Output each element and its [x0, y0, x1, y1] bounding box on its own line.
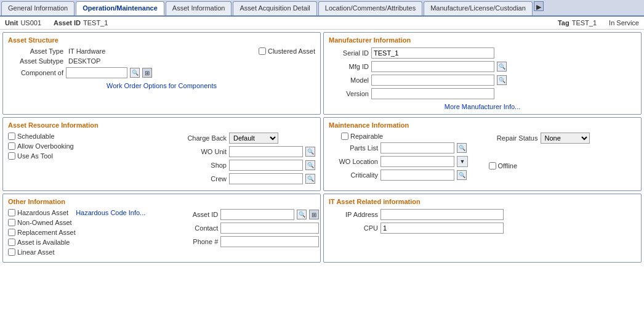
maintenance-info-title: Maintenance Information — [329, 121, 636, 129]
cpu-label: CPU — [329, 224, 378, 232]
other-asset-id-input[interactable] — [220, 209, 294, 220]
tab-bar: General Information Operation/Maintenanc… — [0, 0, 644, 17]
crew-label: Crew — [159, 175, 227, 182]
replacement-checkbox[interactable] — [8, 229, 15, 236]
asset-structure-title: Asset Structure — [8, 36, 315, 44]
tab-operation[interactable]: Operation/Maintenance — [76, 1, 164, 15]
offline-checkbox[interactable] — [489, 162, 496, 170]
version-row: Version — [329, 88, 636, 99]
schedulable-checkbox[interactable] — [8, 133, 15, 140]
criticality-lookup-icon: 🔍 — [459, 172, 465, 178]
mfg-id-input[interactable] — [371, 61, 494, 72]
tab-acquisition[interactable]: Asset Acquisition Detail — [233, 1, 316, 15]
maintenance-info-section: Maintenance Information Repairable Parts… — [323, 117, 642, 191]
unit-label: Unit — [5, 19, 18, 27]
model-lookup-icon: 🔍 — [499, 77, 505, 83]
contact-input[interactable] — [220, 223, 319, 234]
allow-overbooking-checkbox[interactable] — [8, 142, 15, 150]
phone-row: Phone # — [150, 236, 319, 247]
serial-id-row: Serial ID — [329, 47, 636, 59]
contact-row: Contact — [150, 223, 319, 234]
work-order-link-row: Work Order Options for Components — [8, 82, 315, 89]
available-checkbox[interactable] — [8, 239, 15, 246]
hazardous-label: Hazardous Asset — [17, 209, 68, 216]
asset-id-value: TEST_1 — [83, 19, 108, 27]
criticality-input[interactable] — [380, 170, 454, 181]
non-owned-checkbox[interactable] — [8, 219, 15, 226]
status-field-group: In Service — [609, 19, 639, 27]
clustered-asset-label: Clustered Asset — [268, 47, 315, 55]
criticality-lookup-btn[interactable]: 🔍 — [457, 170, 467, 180]
resource-info-title: Asset Resource Information — [8, 121, 315, 129]
other-asset-id-grid-icon[interactable]: ⊞ — [309, 210, 319, 219]
other-asset-id-label: Asset ID — [150, 211, 218, 218]
other-info-inner: Hazardous Asset Hazardous Code Info... N… — [8, 209, 315, 258]
tab-asset[interactable]: Asset Information — [166, 1, 232, 15]
serial-id-input[interactable] — [371, 47, 494, 59]
more-manufacturer-link[interactable]: More Manufacturer Info... — [445, 103, 521, 110]
wo-location-dropdown-btn[interactable]: ▼ — [457, 156, 468, 167]
ip-address-input[interactable] — [380, 209, 504, 220]
tab-location[interactable]: Location/Comments/Attributes — [318, 1, 422, 15]
shop-row: Shop 🔍 — [159, 160, 315, 171]
linear-checkbox[interactable] — [8, 248, 15, 256]
cpu-input[interactable] — [380, 223, 504, 234]
offline-row: Offline — [489, 162, 637, 170]
allow-overbooking-row: Allow Overbooking — [8, 142, 147, 150]
parts-list-lookup-btn[interactable]: 🔍 — [457, 143, 467, 153]
use-as-tool-row: Use As Tool — [8, 152, 147, 160]
wo-unit-lookup-icon: 🔍 — [307, 149, 314, 155]
parts-list-row: Parts List 🔍 — [329, 142, 477, 153]
clustered-asset-checkbox[interactable] — [259, 47, 266, 55]
unit-field-group: Unit US001 — [5, 19, 41, 27]
hazardous-code-link[interactable]: Hazardous Code Info... — [76, 209, 145, 216]
shop-input[interactable] — [229, 160, 303, 171]
work-order-link[interactable]: Work Order Options for Components — [107, 82, 217, 89]
wo-unit-input[interactable] — [229, 146, 303, 157]
component-grid-icon[interactable]: ⊞ — [142, 68, 152, 78]
replacement-label: Replacement Asset — [17, 229, 76, 236]
version-input[interactable] — [371, 88, 494, 99]
available-checkbox-group: Asset is Available — [8, 239, 70, 246]
crew-input[interactable] — [229, 173, 303, 184]
hazardous-row: Hazardous Asset Hazardous Code Info... — [8, 209, 145, 216]
mfg-id-lookup-btn[interactable]: 🔍 — [497, 62, 507, 72]
asset-subtype-value: DESKTOP — [68, 57, 100, 65]
model-lookup-btn[interactable]: 🔍 — [497, 75, 507, 85]
parts-list-input[interactable] — [380, 142, 454, 153]
repairable-row: Repairable — [329, 133, 477, 140]
shop-label: Shop — [159, 162, 227, 169]
other-asset-id-lookup-btn[interactable]: 🔍 — [297, 210, 307, 219]
charge-back-select[interactable]: Default None Custom — [229, 133, 278, 144]
clustered-asset-checkbox-group: Clustered Asset — [259, 47, 315, 55]
wo-location-input[interactable] — [380, 156, 454, 167]
unit-value: US001 — [20, 19, 41, 27]
resource-left: Schedulable Allow Overbooking Use As Too… — [8, 133, 147, 187]
hazardous-checkbox-group: Hazardous Asset — [8, 209, 68, 216]
shop-lookup-btn[interactable]: 🔍 — [305, 160, 315, 170]
offline-label: Offline — [498, 162, 518, 170]
repairable-checkbox[interactable] — [341, 133, 348, 140]
asset-type-value: IT Hardware — [68, 47, 105, 55]
component-of-lookup-btn[interactable]: 🔍 — [130, 68, 140, 78]
tab-nav-icon[interactable]: ▶ — [534, 1, 544, 11]
phone-input[interactable] — [220, 236, 319, 247]
non-owned-row: Non-Owned Asset — [8, 219, 145, 226]
it-asset-info-title: IT Asset Related information — [329, 198, 636, 205]
repair-status-select[interactable]: None In Repair Out of Service — [541, 133, 590, 144]
tab-manufacture[interactable]: Manufacture/License/Custodian — [424, 1, 533, 15]
header-bar: Unit US001 Asset ID TEST_1 Tag TEST_1 In… — [0, 17, 644, 30]
asset-structure-section: Asset Structure Asset Type IT Hardware C… — [2, 32, 321, 115]
model-input[interactable] — [371, 75, 494, 86]
component-of-input[interactable] — [66, 67, 127, 78]
charge-back-label: Charge Back — [159, 134, 227, 142]
crew-lookup-btn[interactable]: 🔍 — [305, 174, 315, 184]
hazardous-checkbox[interactable] — [8, 209, 15, 216]
component-of-label: Component of — [8, 69, 63, 76]
available-label: Asset is Available — [17, 239, 70, 246]
tab-general[interactable]: General Information — [1, 1, 74, 15]
use-as-tool-checkbox[interactable] — [8, 152, 15, 160]
charge-back-row: Charge Back Default None Custom — [159, 133, 315, 144]
lookup-icon: 🔍 — [132, 70, 139, 76]
wo-unit-lookup-btn[interactable]: 🔍 — [305, 147, 315, 157]
